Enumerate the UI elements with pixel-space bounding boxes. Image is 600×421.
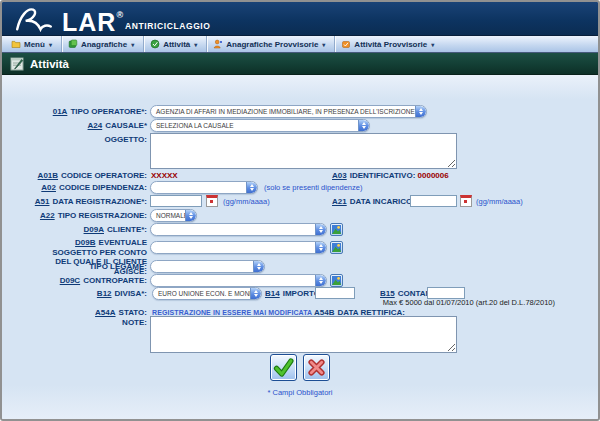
stato-value: REGISTRAZIONE IN ESSERE MAI MODIFICATA — [152, 309, 312, 316]
field-code-link[interactable]: B14 — [265, 289, 280, 298]
anagrafiche-provvisorie-icon — [213, 39, 223, 49]
identificativo-value: 0000006 — [418, 171, 449, 180]
field-code-link[interactable]: A02 — [41, 183, 56, 192]
select-stepper-icon — [253, 261, 264, 272]
cancel-button[interactable] — [303, 354, 330, 381]
select-stepper-icon — [315, 242, 326, 253]
menu-item-attivita[interactable]: Attività ▾ — [143, 36, 206, 52]
app-window: LAR® ANTIRICICLAGGIO Menù ▾ Anagrafiche … — [0, 0, 600, 421]
oggetto-label: OGGETTO: — [2, 135, 147, 145]
select-stepper-icon — [358, 120, 369, 131]
select-stepper-icon — [250, 288, 261, 299]
attivita-form: 01ATIPO OPERATORE*: AGENZIA DI AFFARI IN… — [2, 75, 598, 419]
data-incarico-label: A21DATA INCARICO*: — [332, 197, 418, 206]
cliente-select[interactable] — [150, 223, 327, 236]
field-code-link[interactable]: A51 — [35, 197, 50, 206]
field-code-link[interactable]: 01A — [53, 107, 68, 116]
tipo-operatore-label: 01ATIPO OPERATORE*: — [2, 107, 147, 117]
required-fields-note: * Campi Obbligatori — [2, 388, 598, 397]
codice-dipendenza-select[interactable] — [150, 181, 258, 194]
tipo-operatore-select[interactable]: AGENZIA DI AFFARI IN MEDIAZIONE IMMOBILI… — [150, 105, 427, 118]
field-code-link[interactable]: D09C — [60, 276, 80, 285]
eventuale-soggetto-select[interactable] — [150, 241, 327, 254]
select-stepper-icon — [315, 275, 326, 286]
data-incarico-format-hint: (gg/mm/aaaa) — [476, 197, 523, 206]
data-registrazione-input[interactable] — [150, 195, 202, 207]
field-code-link[interactable]: A03 — [332, 171, 347, 180]
chevron-down-icon: ▾ — [131, 41, 134, 48]
stato-label: A54ASTATO: — [2, 308, 147, 318]
field-code-link[interactable]: B15 — [380, 289, 395, 298]
select-stepper-icon — [246, 182, 257, 193]
confirm-button[interactable] — [270, 354, 297, 381]
menu-bar: Menù ▾ Anagrafiche ▾ Attività ▾ — [2, 36, 598, 53]
menu-item-anagrafiche-provvisorie[interactable]: Anagrafiche Provvisorie ▾ — [206, 36, 334, 52]
controparte-label: D09CCONTROPARTE: — [2, 276, 147, 286]
x-icon — [306, 357, 327, 378]
chevron-down-icon: ▾ — [49, 41, 52, 48]
anagrafiche-icon — [68, 39, 78, 49]
select-stepper-icon — [315, 224, 326, 235]
lookup-icon — [332, 225, 341, 234]
contanti-limit-note: Max € 5000 dal 01/07/2010 (art.20 del D.… — [262, 298, 555, 307]
codice-dipendenza-note: (solo se presenti dipendenze) — [264, 183, 362, 192]
lookup-icon — [332, 276, 341, 285]
attivita-menu-icon — [150, 39, 160, 49]
tipo-legame-label: TIPO LEGAME: — [2, 262, 147, 272]
select-stepper-icon — [185, 210, 196, 221]
field-code-link[interactable]: A24 — [88, 121, 103, 130]
chevron-down-icon: ▾ — [322, 41, 325, 48]
codice-dipendenza-label: A02CODICE DIPENDENZA: — [2, 183, 147, 193]
data-incarico-calendar-button[interactable] — [460, 195, 472, 207]
field-code-link[interactable]: A54A — [95, 308, 115, 317]
attivita-provvisorie-icon — [341, 39, 351, 49]
field-code-link[interactable]: D09A — [84, 225, 104, 234]
brand-title: LAR® — [62, 1, 124, 36]
lar-logo-swoosh — [12, 5, 56, 33]
eventuale-soggetto-lookup-button[interactable] — [330, 241, 343, 254]
check-icon — [273, 357, 294, 378]
codice-operatore-label: A01BCODICE OPERATORE: — [2, 171, 147, 181]
page-title: Attività — [30, 58, 69, 70]
divisa-select[interactable]: EURO UNIONE ECON. E MONETARIA — [152, 287, 262, 300]
field-code-link[interactable]: B12 — [97, 289, 112, 298]
select-stepper-icon — [415, 106, 426, 117]
menu-item-anagrafiche[interactable]: Anagrafiche ▾ — [61, 36, 143, 52]
menu-item-attivita-provvisorie[interactable]: Attività Provvisorie ▾ — [334, 36, 443, 52]
folder-icon — [11, 39, 21, 49]
codice-operatore-value: XXXXX — [151, 171, 178, 180]
lookup-icon — [332, 243, 341, 252]
note-textarea[interactable] — [150, 316, 457, 353]
app-header: LAR® ANTIRICICLAGGIO — [2, 2, 598, 36]
field-code-link[interactable]: A21 — [332, 197, 347, 206]
tipo-legame-select[interactable] — [150, 260, 265, 273]
chevron-down-icon: ▾ — [194, 41, 197, 48]
field-code-link[interactable]: D09B — [75, 238, 95, 247]
registered-mark-icon: ® — [116, 10, 124, 20]
identificativo-label: A03IDENTIFICATIVO: 0000006 — [332, 171, 449, 180]
oggetto-textarea[interactable] — [150, 133, 457, 169]
cliente-label: D09ACLIENTE*: — [2, 225, 147, 235]
data-registrazione-label: A51DATA REGISTRAZIONE*: — [2, 197, 147, 207]
controparte-select[interactable] — [150, 274, 327, 287]
divisa-label: B12DIVISA*: — [2, 289, 147, 299]
tipo-registrazione-label: A22TIPO REGISTRAZIONE: — [2, 211, 147, 221]
field-code-link[interactable]: A22 — [40, 211, 55, 220]
page-titlebar: Attività — [2, 53, 598, 75]
controparte-lookup-button[interactable] — [330, 274, 343, 287]
data-registrazione-format-hint: (gg/mm/aaaa) — [223, 197, 270, 206]
causale-label: A24CAUSALE* — [2, 121, 147, 131]
data-incarico-input[interactable] — [410, 195, 457, 207]
cliente-lookup-button[interactable] — [330, 223, 343, 236]
notepad-pencil-icon — [10, 57, 24, 71]
data-registrazione-calendar-button[interactable] — [206, 195, 218, 207]
brand-subtitle: ANTIRICICLAGGIO — [125, 21, 211, 31]
tipo-registrazione-select[interactable]: NORMALE — [150, 209, 197, 222]
field-code-link[interactable]: A01B — [38, 171, 58, 180]
chevron-down-icon: ▾ — [431, 41, 434, 48]
causale-select[interactable]: SELEZIONA LA CAUSALE — [150, 119, 370, 132]
form-actions — [2, 354, 598, 381]
menu-item-menu[interactable]: Menù ▾ — [5, 36, 61, 52]
note-label: NOTE: — [2, 318, 147, 328]
